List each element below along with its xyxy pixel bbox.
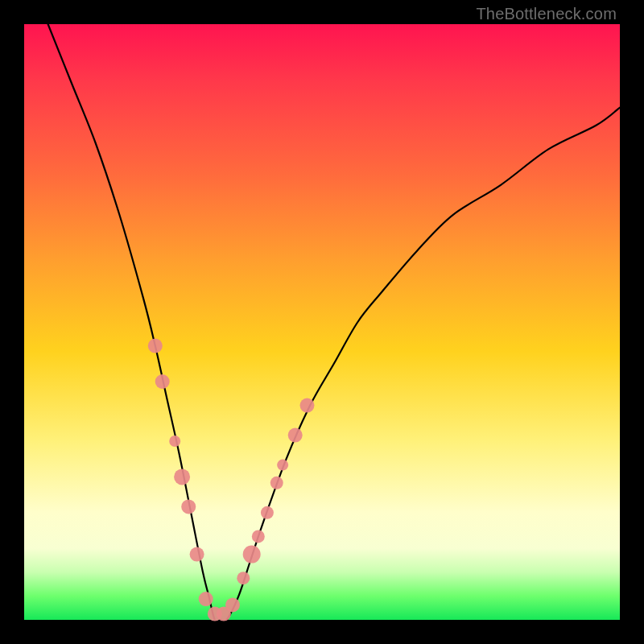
chart-frame: TheBottleneck.com bbox=[0, 0, 644, 644]
data-marker bbox=[243, 546, 261, 564]
bottleneck-curve bbox=[48, 24, 620, 621]
data-marker bbox=[261, 506, 274, 519]
data-marker bbox=[300, 398, 315, 413]
data-marker bbox=[277, 460, 288, 471]
data-marker bbox=[169, 436, 180, 447]
data-marker bbox=[270, 477, 283, 489]
data-marker bbox=[190, 547, 204, 562]
data-marker bbox=[148, 339, 163, 353]
marker-group bbox=[148, 339, 315, 621]
data-marker bbox=[199, 592, 213, 606]
data-marker bbox=[252, 530, 265, 543]
watermark-text: TheBottleneck.com bbox=[476, 5, 617, 23]
plot-area bbox=[24, 24, 620, 620]
data-marker bbox=[237, 572, 250, 584]
curve-svg bbox=[24, 24, 620, 620]
data-marker bbox=[174, 469, 190, 485]
data-marker bbox=[288, 428, 303, 443]
data-marker bbox=[155, 374, 170, 389]
data-marker bbox=[181, 499, 196, 514]
data-marker bbox=[225, 598, 240, 613]
